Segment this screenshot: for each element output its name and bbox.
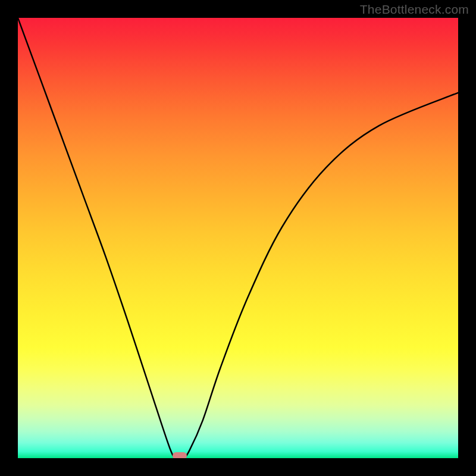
optimum-point-marker bbox=[173, 452, 187, 458]
chart-plot-area bbox=[18, 18, 458, 458]
chart-curve-svg bbox=[18, 18, 458, 458]
watermark-text: TheBottleneck.com bbox=[360, 2, 469, 17]
bottleneck-curve bbox=[18, 18, 458, 458]
